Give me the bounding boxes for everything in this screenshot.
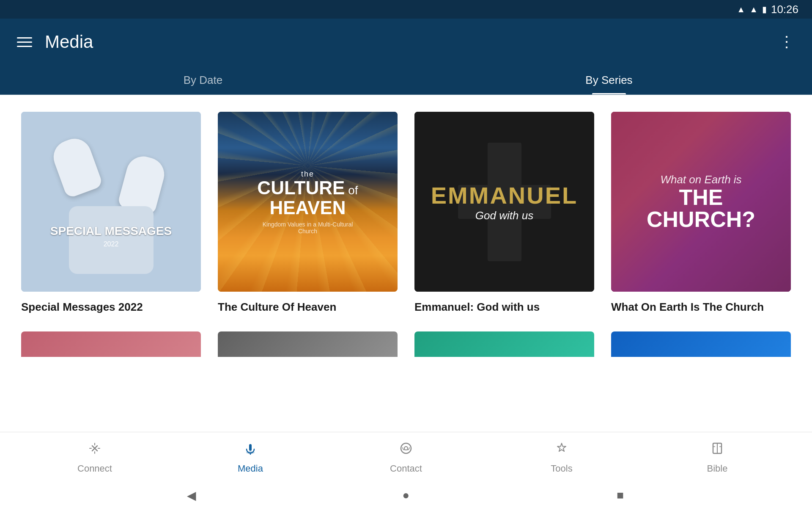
nav-item-contact[interactable]: Contact (381, 441, 431, 474)
partial-card-3[interactable] (414, 331, 594, 357)
thumbnail-special-messages: SPECIAL MESSAGES 2022 (21, 112, 201, 292)
culture-main: CULTURE (257, 178, 345, 197)
menu-button[interactable] (17, 37, 32, 47)
connect-icon (87, 441, 102, 460)
series-grid-partial (21, 331, 791, 357)
recent-button[interactable]: ■ (610, 489, 631, 502)
tools-label: Tools (551, 463, 572, 474)
series-card-culture-of-heaven[interactable]: the CULTURE of HEAVEN Kingdom Values in … (218, 112, 398, 315)
church-script: What on Earth is (647, 173, 755, 186)
bible-icon (710, 441, 725, 460)
church-text: What on Earth is THE CHURCH? (647, 173, 755, 230)
svg-rect-1 (249, 444, 252, 451)
culture-heaven: HEAVEN (257, 197, 358, 218)
header-left: Media (17, 32, 93, 52)
more-options-button[interactable]: ⋮ (779, 33, 795, 51)
airpod-left (49, 134, 103, 199)
bible-label: Bible (707, 463, 728, 474)
series-card-emmanuel[interactable]: EMMANUEL God with us Emmanuel: God with … (414, 112, 594, 315)
airpods-image (21, 112, 201, 292)
nav-item-tools[interactable]: Tools (536, 441, 587, 474)
media-icon (243, 441, 258, 460)
status-icons: ▲ ▲ ▮ 10:26 (737, 3, 798, 16)
church-church: CHURCH? (647, 208, 755, 230)
series-grid: SPECIAL MESSAGES 2022 Special Messages 2… (21, 112, 791, 315)
thumbnail-culture-of-heaven: the CULTURE of HEAVEN Kingdom Values in … (218, 112, 398, 292)
partial-card-4[interactable] (611, 331, 791, 357)
tools-icon (554, 441, 569, 460)
series-title-culture-of-heaven: The Culture Of Heaven (218, 300, 398, 315)
special-messages-label: SPECIAL MESSAGES (50, 224, 172, 238)
tab-bar: By Date By Series (0, 65, 812, 95)
nav-item-media[interactable]: Media (225, 441, 276, 474)
main-content: SPECIAL MESSAGES 2022 Special Messages 2… (0, 95, 812, 432)
connect-label: Connect (77, 463, 112, 474)
page-title: Media (45, 32, 93, 52)
church-the: THE (647, 186, 755, 208)
home-button[interactable]: ● (395, 489, 417, 502)
tab-by-series[interactable]: By Series (406, 74, 812, 94)
series-title-special-messages: Special Messages 2022 (21, 300, 201, 315)
partial-card-1[interactable] (21, 331, 201, 357)
series-card-what-on-earth[interactable]: What on Earth is THE CHURCH? What On Ear… (611, 112, 791, 315)
thumbnail-emmanuel: EMMANUEL God with us (414, 112, 594, 292)
media-label: Media (238, 463, 263, 474)
culture-sub: Kingdom Values in a Multi-Cultural Churc… (257, 221, 358, 234)
series-title-what-on-earth: What On Earth Is The Church (611, 300, 791, 315)
status-bar: ▲ ▲ ▮ 10:26 (0, 0, 812, 19)
culture-text: the CULTURE of HEAVEN Kingdom Values in … (257, 169, 358, 234)
back-button[interactable]: ◀ (181, 489, 202, 502)
app-header: Media ⋮ (0, 19, 812, 65)
nav-item-connect[interactable]: Connect (69, 441, 120, 474)
status-time: 10:26 (771, 3, 798, 16)
bottom-nav: Connect Media Contact T (0, 432, 812, 483)
tab-by-date[interactable]: By Date (0, 74, 406, 94)
nav-item-bible[interactable]: Bible (692, 441, 743, 474)
thumbnail-what-on-earth: What on Earth is THE CHURCH? (611, 112, 791, 292)
wifi-icon: ▲ (737, 5, 745, 14)
emmanuel-sub: God with us (431, 209, 578, 222)
signal-icon: ▲ (749, 5, 758, 14)
series-title-emmanuel: Emmanuel: God with us (414, 300, 594, 315)
partial-card-2[interactable] (218, 331, 398, 357)
special-messages-year: 2022 (104, 240, 119, 248)
svg-point-4 (404, 447, 408, 450)
culture-of: of (348, 183, 358, 197)
airpod-case (69, 206, 154, 274)
contact-icon (398, 441, 414, 460)
emmanuel-text: EMMANUEL God with us (431, 182, 578, 222)
emmanuel-main: EMMANUEL (431, 182, 578, 209)
series-card-special-messages[interactable]: SPECIAL MESSAGES 2022 Special Messages 2… (21, 112, 201, 315)
battery-icon: ▮ (762, 4, 767, 14)
system-nav: ◀ ● ■ (0, 483, 812, 508)
contact-label: Contact (390, 463, 422, 474)
